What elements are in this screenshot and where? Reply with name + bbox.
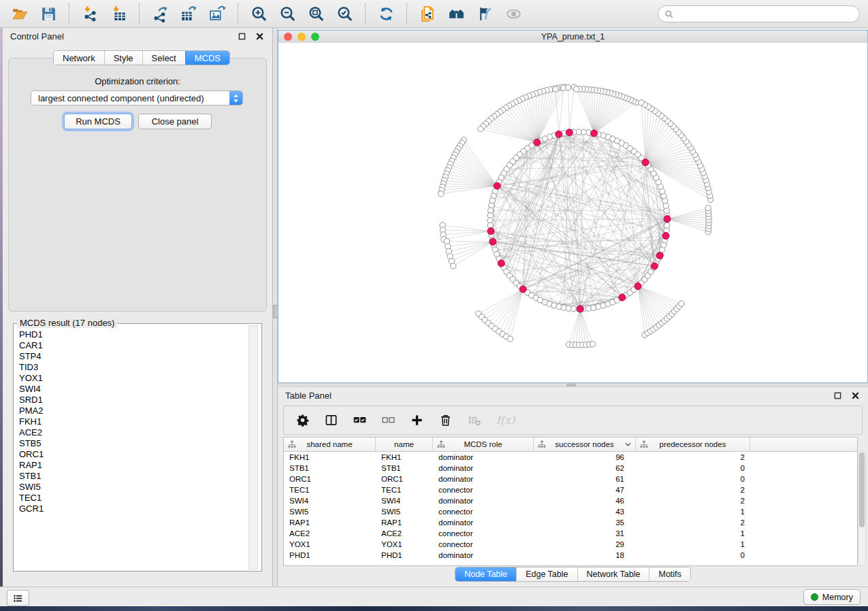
eye-icon[interactable] xyxy=(503,3,524,24)
mcds-result-node[interactable]: SRD1 xyxy=(16,395,248,406)
column-header-shared-name[interactable]: shared name xyxy=(284,437,376,451)
control-panel-header: Control Panel xyxy=(3,28,272,45)
column-header-predecessor-nodes[interactable]: predecessor nodes xyxy=(636,437,750,451)
refresh-icon[interactable] xyxy=(376,3,396,24)
mcds-result-node[interactable]: SWI5 xyxy=(16,482,248,493)
tab-edge-table[interactable]: Edge Table xyxy=(516,567,577,581)
scrollbar-thumb[interactable] xyxy=(859,452,865,527)
mcds-result-node[interactable]: TID3 xyxy=(16,362,248,373)
mcds-result-node[interactable]: STB5 xyxy=(16,438,248,449)
mcds-result-group: PHD1CAR1STP4TID3YOX1SWI4SRD1PMA2FKH1ACE2… xyxy=(13,323,262,572)
export-table-icon[interactable] xyxy=(178,3,199,24)
table-row[interactable]: YOX1YOX1connector291 xyxy=(284,539,857,550)
mcds-result-node[interactable]: STB1 xyxy=(16,471,248,482)
table-row[interactable]: STB1STB1dominator620 xyxy=(284,463,857,474)
tab-mcds[interactable]: MCDS xyxy=(185,51,229,65)
table-scrollbar[interactable] xyxy=(858,450,866,566)
minimize-window-icon[interactable] xyxy=(298,33,306,41)
export-image-icon[interactable] xyxy=(207,3,227,24)
table-row[interactable]: SWI4SWI4dominator462 xyxy=(284,495,857,506)
mcds-result-node[interactable]: YOX1 xyxy=(16,373,248,384)
mcds-result-node[interactable]: SWI4 xyxy=(16,384,248,395)
zoom-out-icon[interactable] xyxy=(277,3,298,24)
close-panel-button[interactable]: Close panel xyxy=(138,114,212,129)
network-canvas[interactable] xyxy=(278,43,867,382)
table-row[interactable]: RAP1RAP1dominator352 xyxy=(284,517,857,528)
table-row[interactable]: PHD1PHD1dominator180 xyxy=(284,550,857,561)
mcds-result-node[interactable]: CAR1 xyxy=(16,340,248,351)
mcds-result-node[interactable]: TEC1 xyxy=(16,493,248,503)
tab-network-table[interactable]: Network Table xyxy=(577,567,649,581)
select-all-icon[interactable] xyxy=(353,414,366,427)
save-icon[interactable] xyxy=(38,3,59,24)
float-panel-icon[interactable] xyxy=(833,391,843,401)
optimization-criterion-select[interactable]: largest connected component (undirected) xyxy=(31,90,243,105)
close-panel-icon[interactable] xyxy=(255,31,265,42)
mcds-result-node[interactable]: PMA2 xyxy=(16,406,248,416)
delete-icon[interactable] xyxy=(439,414,452,427)
column-header-successor-nodes[interactable]: successor nodes xyxy=(534,437,636,451)
tab-style[interactable]: Style xyxy=(104,51,142,65)
mcds-result-node[interactable]: ACE2 xyxy=(16,427,248,438)
close-window-icon[interactable] xyxy=(284,33,292,41)
table-row[interactable]: TEC1TEC1connector472 xyxy=(284,484,857,495)
zoom-selected-icon[interactable] xyxy=(334,3,355,24)
zoom-in-icon[interactable] xyxy=(248,3,269,24)
mcds-result-node[interactable]: FKH1 xyxy=(16,416,248,427)
columns-icon[interactable] xyxy=(325,414,338,427)
mcds-result-node[interactable]: GCR1 xyxy=(16,503,248,514)
table-cell: 43 xyxy=(534,508,636,516)
tab-network[interactable]: Network xyxy=(54,51,104,65)
mcds-result-list[interactable]: PHD1CAR1STP4TID3YOX1SWI4SRD1PMA2FKH1ACE2… xyxy=(16,329,248,569)
tab-motifs[interactable]: Motifs xyxy=(649,567,690,581)
network-window-titlebar[interactable]: YPA_prune.txt_1 xyxy=(278,31,867,44)
export-network-icon[interactable] xyxy=(150,3,170,24)
table-cell: 2 xyxy=(636,497,750,505)
close-panel-icon[interactable] xyxy=(850,391,861,401)
network-graph[interactable] xyxy=(278,43,867,382)
deselect-all-icon[interactable] xyxy=(382,414,395,427)
node-table[interactable]: shared namenameMCDS rolesuccessor nodesp… xyxy=(283,437,858,566)
import-table-icon[interactable] xyxy=(108,3,129,24)
table-row[interactable]: SWI5SWI5connector431 xyxy=(284,506,857,517)
hide-selected-icon[interactable] xyxy=(475,3,495,24)
status-bar: Memory xyxy=(0,587,868,606)
memory-button[interactable]: Memory xyxy=(803,589,861,605)
panel-list-button[interactable] xyxy=(7,590,29,606)
search-input[interactable] xyxy=(674,9,859,19)
duplicate-network-icon[interactable] xyxy=(417,3,438,24)
add-icon[interactable] xyxy=(411,414,423,427)
zoom-fit-icon[interactable] xyxy=(306,3,326,24)
import-network-icon[interactable] xyxy=(80,3,100,24)
table-row[interactable]: ORC1ORC1dominator610 xyxy=(284,474,857,484)
column-header-name[interactable]: name xyxy=(376,437,433,451)
table-cell: 1 xyxy=(636,540,750,548)
mcds-result-node[interactable]: RAP1 xyxy=(16,460,248,471)
vertical-splitter[interactable] xyxy=(272,28,278,587)
mcds-result-node[interactable]: PHD1 xyxy=(16,329,248,340)
float-panel-icon[interactable] xyxy=(237,31,247,42)
table-cell: YOX1 xyxy=(284,540,376,548)
mcds-result-node[interactable]: STP4 xyxy=(16,351,248,362)
mcds-result-scrollbar[interactable] xyxy=(248,325,258,569)
mcds-result-node[interactable]: ORC1 xyxy=(16,449,248,460)
gear-icon[interactable] xyxy=(296,414,309,427)
column-header-MCDS-role[interactable]: MCDS role xyxy=(433,437,534,451)
table-cell: FKH1 xyxy=(376,453,433,461)
table-cell: SWI4 xyxy=(376,497,433,505)
table-cell: dominator xyxy=(433,551,534,559)
first-neighbors-icon[interactable] xyxy=(446,3,466,24)
maximize-window-icon[interactable] xyxy=(311,33,319,41)
search-box[interactable] xyxy=(658,5,860,22)
tab-select[interactable]: Select xyxy=(142,51,185,65)
select-stepper-icon xyxy=(229,91,242,105)
tab-node-table[interactable]: Node Table xyxy=(455,567,516,581)
table-row[interactable]: ACE2ACE2connector311 xyxy=(284,528,857,539)
run-mcds-button[interactable]: Run MCDS xyxy=(64,114,132,129)
open-folder-icon[interactable] xyxy=(10,3,30,24)
network-window-title: YPA_prune.txt_1 xyxy=(541,32,605,42)
control-panel: Control Panel NetworkStyleSelectMCDS Opt… xyxy=(3,28,272,587)
table-row[interactable]: FKH1FKH1dominator962 xyxy=(284,452,857,463)
splitter-grip[interactable] xyxy=(566,384,576,386)
toolbar-separator xyxy=(69,3,69,24)
